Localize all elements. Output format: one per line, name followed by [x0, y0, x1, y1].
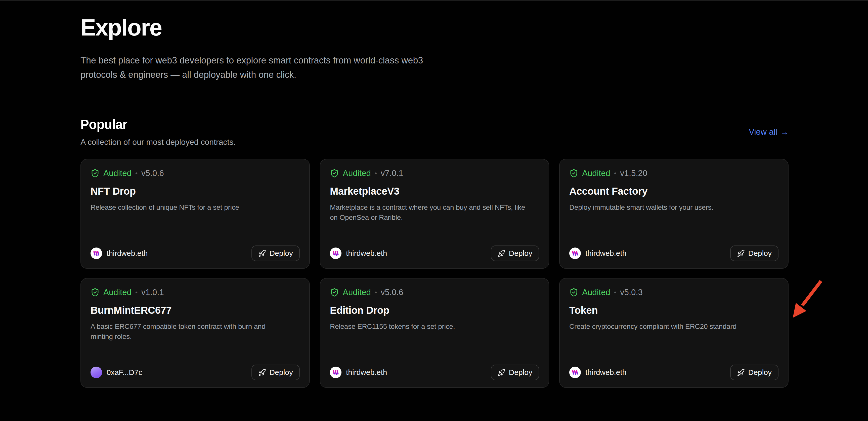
version-label: v1.0.1	[141, 287, 164, 297]
popular-section-titles: Popular A collection of our most deploye…	[81, 117, 236, 147]
contract-description: Create cryptocurrency compliant with ERC…	[569, 321, 778, 332]
page-subtitle: The best place for web3 developers to ex…	[81, 53, 558, 82]
deploy-button[interactable]: Deploy	[491, 246, 539, 261]
deploy-button[interactable]: Deploy	[730, 365, 778, 380]
dot-separator: •	[375, 170, 377, 176]
publisher-link[interactable]: 0xaF...D7c	[91, 367, 142, 378]
shield-check-icon	[569, 288, 578, 297]
thirdweb-logo-icon	[569, 367, 581, 378]
rocket-icon	[258, 369, 266, 376]
card-footer: thirdweb.eth Deploy	[569, 246, 778, 261]
contract-card-token[interactable]: Audited • v5.0.3 Token Create cryptocurr…	[559, 278, 788, 388]
red-arrow-pointer	[784, 277, 824, 322]
dot-separator: •	[614, 289, 616, 296]
dot-separator: •	[135, 170, 137, 176]
badge-row: Audited • v5.0.3	[569, 287, 778, 297]
contract-card-marketplacev3[interactable]: Audited • v7.0.1 MarketplaceV3 Marketpla…	[320, 159, 549, 269]
rocket-icon	[737, 250, 745, 257]
view-all-label: View all	[749, 127, 777, 137]
version-label: v7.0.1	[381, 168, 403, 178]
deploy-label: Deploy	[270, 249, 293, 258]
badge-row: Audited • v1.0.1	[91, 287, 300, 297]
contract-title: Edition Drop	[330, 305, 539, 316]
contract-description: A basic ERC677 compatible token contract…	[91, 321, 300, 342]
dot-separator: •	[614, 170, 616, 176]
section-subtitle: A collection of our most deployed contra…	[81, 138, 236, 147]
card-footer: thirdweb.eth Deploy	[330, 365, 539, 380]
card-footer: 0xaF...D7c Deploy	[91, 365, 300, 380]
contract-description: Marketplace is a contract where you can …	[330, 202, 539, 223]
card-footer: thirdweb.eth Deploy	[330, 246, 539, 261]
publisher-name: thirdweb.eth	[585, 368, 626, 377]
version-label: v5.0.3	[620, 287, 643, 297]
contract-card-edition-drop[interactable]: Audited • v5.0.6 Edition Drop Release ER…	[320, 278, 549, 388]
shield-check-icon	[569, 169, 578, 178]
deploy-label: Deploy	[509, 368, 532, 377]
contract-card-burnminterc677[interactable]: Audited • v1.0.1 BurnMintERC677 A basic …	[81, 278, 310, 388]
deploy-button[interactable]: Deploy	[251, 365, 300, 380]
audited-badge: Audited	[582, 287, 610, 297]
explore-page: Explore The best place for web3 develope…	[81, 0, 788, 388]
deploy-label: Deploy	[509, 249, 532, 258]
audited-badge: Audited	[582, 168, 610, 178]
address-gradient-avatar	[91, 367, 102, 378]
deploy-button[interactable]: Deploy	[491, 365, 539, 380]
card-footer: thirdweb.eth Deploy	[569, 365, 778, 380]
audited-badge: Audited	[103, 287, 131, 297]
dot-separator: •	[135, 289, 137, 296]
shield-check-icon	[91, 288, 100, 297]
version-label: v5.0.6	[141, 168, 164, 178]
shield-check-icon	[91, 169, 100, 178]
contract-card-nft-drop[interactable]: Audited • v5.0.6 NFT Drop Release collec…	[81, 159, 310, 269]
deploy-label: Deploy	[748, 249, 772, 258]
page-title: Explore	[81, 15, 788, 40]
publisher-name: thirdweb.eth	[106, 249, 148, 258]
deploy-button[interactable]: Deploy	[730, 246, 778, 261]
contract-card-account-factory[interactable]: Audited • v1.5.20 Account Factory Deploy…	[559, 159, 788, 269]
deploy-button[interactable]: Deploy	[251, 246, 300, 261]
thirdweb-logo-icon	[91, 248, 102, 259]
deploy-label: Deploy	[270, 368, 293, 377]
shield-check-icon	[330, 288, 339, 297]
publisher-link[interactable]: thirdweb.eth	[330, 367, 387, 378]
audited-badge: Audited	[103, 168, 131, 178]
badge-row: Audited • v7.0.1	[330, 168, 539, 178]
contract-title: NFT Drop	[91, 186, 300, 197]
contract-title: MarketplaceV3	[330, 186, 539, 197]
thirdweb-logo-icon	[330, 367, 341, 378]
rocket-icon	[737, 369, 745, 376]
badge-row: Audited • v5.0.6	[330, 287, 539, 297]
version-label: v1.5.20	[620, 168, 647, 178]
contract-title: Account Factory	[569, 186, 778, 197]
popular-section-header: Popular A collection of our most deploye…	[81, 117, 788, 147]
publisher-name: thirdweb.eth	[585, 249, 626, 258]
thirdweb-logo-icon	[569, 248, 581, 259]
rocket-icon	[498, 250, 505, 257]
shield-check-icon	[330, 169, 339, 178]
dot-separator: •	[375, 289, 377, 296]
contract-description: Release collection of unique NFTs for a …	[91, 202, 300, 213]
version-label: v5.0.6	[381, 287, 403, 297]
contracts-grid: Audited • v5.0.6 NFT Drop Release collec…	[81, 159, 788, 388]
audited-badge: Audited	[343, 168, 371, 178]
thirdweb-logo-icon	[330, 248, 341, 259]
publisher-link[interactable]: thirdweb.eth	[91, 248, 148, 259]
section-title: Popular	[81, 117, 236, 132]
contract-title: Token	[569, 305, 778, 316]
deploy-label: Deploy	[748, 368, 772, 377]
contract-title: BurnMintERC677	[91, 305, 300, 316]
view-all-link[interactable]: View all →	[749, 127, 788, 137]
card-footer: thirdweb.eth Deploy	[91, 246, 300, 261]
contract-description: Deploy immutable smart wallets for your …	[569, 202, 778, 213]
publisher-link[interactable]: thirdweb.eth	[569, 367, 626, 378]
arrow-right-icon: →	[780, 127, 788, 137]
badge-row: Audited • v1.5.20	[569, 168, 778, 178]
publisher-link[interactable]: thirdweb.eth	[330, 248, 387, 259]
audited-badge: Audited	[343, 287, 371, 297]
publisher-name: thirdweb.eth	[346, 368, 387, 377]
publisher-name: thirdweb.eth	[346, 249, 387, 258]
publisher-name: 0xaF...D7c	[106, 368, 142, 377]
publisher-link[interactable]: thirdweb.eth	[569, 248, 626, 259]
contract-description: Release ERC1155 tokens for a set price.	[330, 321, 539, 332]
rocket-icon	[258, 250, 266, 257]
